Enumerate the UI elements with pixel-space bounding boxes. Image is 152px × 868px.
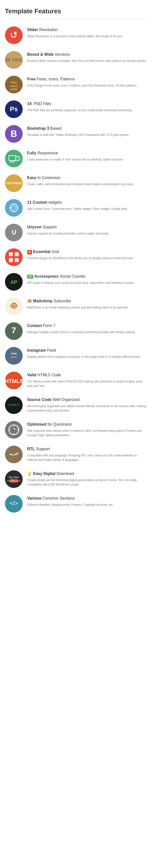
feature-desc-mailchimp: MailChimp is an email marketing service …: [27, 305, 147, 310]
feature-content-rtl: RTL Support Compatible with any language…: [27, 445, 147, 462]
feature-title-regular: Responsive: [36, 151, 58, 155]
page-title: Template Features: [5, 7, 147, 19]
feature-item-psd: Ps 14 .PSD Files The PSD files are perfe…: [5, 100, 147, 118]
feature-content-edd: 💡Easy Digital Download Create simple yet…: [27, 470, 147, 487]
feature-content-boxed: Boxed & Wide Versions Boxed & Wide Versi…: [27, 51, 147, 63]
feature-title-regular: Well Organized: [52, 398, 80, 402]
feature-title-regular: Based: [49, 126, 61, 130]
feature-desc-customize: Clean, valid, well commented and formate…: [27, 182, 147, 186]
feature-title-instagram: Instagram Feed: [27, 348, 147, 353]
feature-title-regular: Revolution: [38, 28, 58, 32]
svg-text:da Vinci: da Vinci: [5, 57, 23, 63]
feature-content-html5: Valid HTML5 Code Our theme comes with va…: [27, 372, 147, 388]
feature-icon-unyson: ∪: [5, 224, 23, 241]
svg-text:gram: gram: [11, 355, 17, 358]
feature-title-bold: Accesspress: [34, 274, 59, 278]
feature-item-instagram: Instagram Instagram Feed Display photos …: [5, 347, 147, 365]
feature-title-bold: Mailchimp: [33, 299, 52, 303]
feature-item-bootstrap: B Bootstrap 3 Based Template is built wi…: [5, 125, 147, 143]
feature-item-widgets: 11 Custom widgets Ajax contact form, Sub…: [5, 199, 147, 217]
edd-icon-inline: 💡: [27, 471, 32, 476]
feature-title-bold: Essential: [33, 250, 50, 254]
feature-title-bold: Free: [27, 77, 35, 81]
feature-title-unyson: Unyson Support: [27, 225, 147, 230]
feature-item-unyson: ∪ Unyson Support Unyson support for crea…: [5, 224, 147, 241]
feature-desc-instagram: Display photos from Instagram accounts, …: [27, 354, 147, 359]
page-title-bold: Features: [34, 7, 61, 15]
feature-content-source: Source Code Well Organized We thoroughly…: [27, 396, 147, 413]
feature-title-bold: Slider: [27, 28, 38, 32]
svg-text:AP: AP: [10, 279, 17, 285]
svg-rect-31: [9, 258, 13, 262]
svg-rect-30: [15, 252, 19, 256]
feature-content-psd: 14 .PSD Files The PSD files are perfectl…: [27, 100, 147, 113]
page-wrapper: Template Features ↺ Slider Revolution Sl…: [0, 0, 152, 527]
feature-item-rtl: العربية RTL Support Compatible with any …: [5, 445, 147, 463]
svg-point-46: [5, 421, 23, 439]
feature-content-optimised: Optimised for Quickness Site response ti…: [27, 421, 147, 437]
feature-icon-various: </>: [5, 495, 23, 513]
feature-title-edd: 💡Easy Digital Download: [27, 471, 147, 476]
feature-title-regular: Support: [42, 225, 57, 229]
feature-title-bold: Optimised: [27, 422, 47, 426]
feature-item-source: <code/> Source Code Well Organized We th…: [5, 396, 147, 414]
feature-icon-html5: HTML5: [5, 372, 23, 390]
feature-title-bold: 11 Custom: [27, 200, 48, 205]
svg-text:Ps: Ps: [10, 105, 18, 113]
feature-item-mailchimp: 🐵 🐵Mailchimp Subscribe MailChimp is an e…: [5, 298, 147, 315]
feature-icon-widgets: [5, 199, 23, 217]
feature-desc-widgets: Ajax contact form, Subscribe form, Twitt…: [27, 207, 147, 211]
feature-content-various: Various Common Sections Different Header…: [27, 495, 147, 507]
feature-icon-customize: CUSTOMIZE: [5, 174, 23, 192]
svg-text:Buy Now: Buy Now: [9, 476, 19, 478]
feature-content-accesspress: APAccesspress Social Counter WP plugin t…: [27, 273, 147, 285]
feature-title-bold: Fully: [27, 151, 36, 155]
svg-text:FONTS: FONTS: [10, 85, 18, 88]
feature-title-bold: Bootstrap 3: [27, 126, 49, 130]
feature-title-regular: Versions: [54, 52, 70, 57]
feature-icon-source: <code/>: [5, 396, 23, 414]
feature-title-html5: Valid HTML5 Code: [27, 373, 147, 378]
feature-item-boxed: da Vinci Boxed & Wide Versions Boxed & W…: [5, 51, 147, 69]
feature-desc-responsive: Looks awesome no matter if Your visitors…: [27, 157, 147, 162]
feature-content-instagram: Instagram Feed Display photos from Insta…: [27, 347, 147, 359]
feature-title-regular: to Customize: [36, 176, 60, 180]
feature-title-free: Free Fonts, Icons, Patterns: [27, 77, 147, 82]
feature-desc-edd: Create simple yet full functional digita…: [27, 478, 147, 487]
feature-title-regular: .PSD Files: [32, 102, 51, 106]
feature-title-boxed: Boxed & Wide Versions: [27, 52, 147, 57]
svg-point-5: [5, 76, 23, 93]
feature-title-mailchimp: 🐵Mailchimp Subscribe: [27, 299, 147, 304]
feature-title-bold: RTL: [27, 447, 35, 451]
feature-desc-rtl: Compatible with any language, including …: [27, 453, 147, 462]
feature-title-regular: Fonts, Icons, Patterns: [35, 77, 75, 81]
feature-title-regular: Grid: [50, 250, 59, 254]
svg-text:↺: ↺: [10, 30, 18, 40]
feature-icon-slider: ↺: [5, 26, 23, 44]
feature-item-essential: ⊞Essential Grid Premium plugin for WordP…: [5, 248, 147, 266]
feature-title-regular: Social Counter: [59, 274, 85, 278]
feature-title-regular: Common Sections: [41, 496, 75, 500]
svg-text:</>: </>: [10, 500, 18, 506]
feature-title-regular: Subscribe: [52, 299, 71, 303]
feature-title-bootstrap: Bootstrap 3 Based: [27, 126, 147, 131]
feature-title-regular: widgets: [48, 200, 62, 205]
feature-desc-accesspress: WP plugin to display your social account…: [27, 281, 147, 285]
mailchimp-icon-inline: 🐵: [27, 299, 32, 303]
svg-text:🐵: 🐵: [10, 302, 18, 310]
feature-icon-bootstrap: B: [5, 125, 23, 143]
feature-title-widgets: 11 Custom widgets: [27, 200, 147, 205]
feature-desc-boxed: Boxed & Wide Versions included. Also You…: [27, 59, 147, 63]
feature-item-customize: CUSTOMIZE Easy to Customize Clean, valid…: [5, 174, 147, 192]
feature-content-slider: Slider Revolution Slider Revolution is a…: [27, 26, 147, 38]
feature-item-optimised: Optimised for Quickness Site response ti…: [5, 421, 147, 439]
svg-rect-32: [15, 258, 19, 262]
feature-content-contact: Contact Form 7 Manage multiple contact f…: [27, 322, 147, 334]
feature-icon-free: FREEFONTSICONS: [5, 76, 23, 93]
svg-text:B: B: [10, 129, 17, 139]
feature-icon-instagram: Instagram: [5, 347, 23, 365]
feature-desc-contact: Manage multiple contact forms & customiz…: [27, 330, 147, 334]
accesspress-badge: AP: [27, 275, 33, 279]
svg-text:DOWNLOAD: DOWNLOAD: [7, 479, 21, 482]
svg-text:CUSTOMIZE: CUSTOMIZE: [6, 182, 22, 185]
